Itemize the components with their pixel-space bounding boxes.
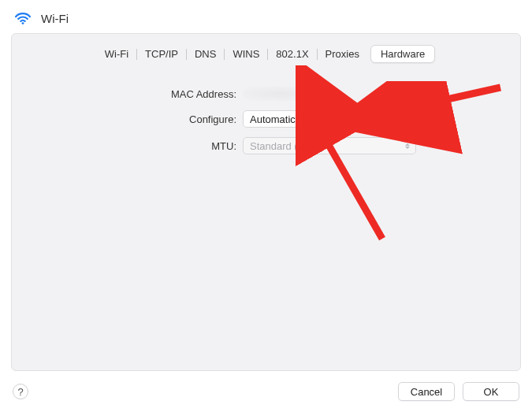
chevron-up-down-icon: [400, 111, 415, 127]
tab-wifi[interactable]: Wi-Fi: [97, 45, 136, 63]
wifi-icon: [14, 11, 32, 25]
mtu-label: MTU:: [26, 140, 243, 152]
configure-select-value: Automatically: [250, 113, 311, 125]
tab-dns[interactable]: DNS: [187, 45, 224, 63]
page-title: Wi-Fi: [41, 12, 69, 25]
tab-hardware[interactable]: Hardware: [370, 45, 435, 63]
mac-address-suffix: :10: [317, 88, 331, 100]
tab-proxies[interactable]: Proxies: [318, 45, 367, 63]
help-button[interactable]: ?: [13, 384, 28, 399]
preferences-window: Wi-Fi Wi-Fi TCP/IP DNS WINS 802.1X Proxi…: [0, 0, 532, 412]
mtu-select: Standard (1500): [243, 137, 416, 154]
ok-button[interactable]: OK: [463, 382, 519, 401]
configure-select[interactable]: Automatically: [243, 110, 416, 128]
cancel-button[interactable]: Cancel: [398, 382, 455, 401]
hardware-form: MAC Address: :10 Configure: Automaticall…: [26, 87, 506, 154]
tab-bar: Wi-Fi TCP/IP DNS WINS 802.1X Proxies Har…: [26, 45, 506, 63]
tab-wins[interactable]: WINS: [225, 45, 267, 63]
content-panel: Wi-Fi TCP/IP DNS WINS 802.1X Proxies Har…: [11, 33, 521, 371]
tab-tcpip[interactable]: TCP/IP: [137, 45, 186, 63]
mac-address-label: MAC Address:: [26, 88, 243, 100]
footer: ? Cancel OK: [0, 377, 532, 412]
mac-address-value: :10: [243, 87, 416, 101]
tab-8021x[interactable]: 802.1X: [268, 45, 316, 63]
header: Wi-Fi: [0, 0, 532, 33]
chevron-up-down-icon: [400, 138, 415, 154]
svg-point-0: [22, 22, 24, 24]
mac-address-redacted: [243, 87, 315, 101]
mtu-select-value: Standard (1500): [250, 140, 324, 152]
configure-label: Configure:: [26, 113, 243, 125]
